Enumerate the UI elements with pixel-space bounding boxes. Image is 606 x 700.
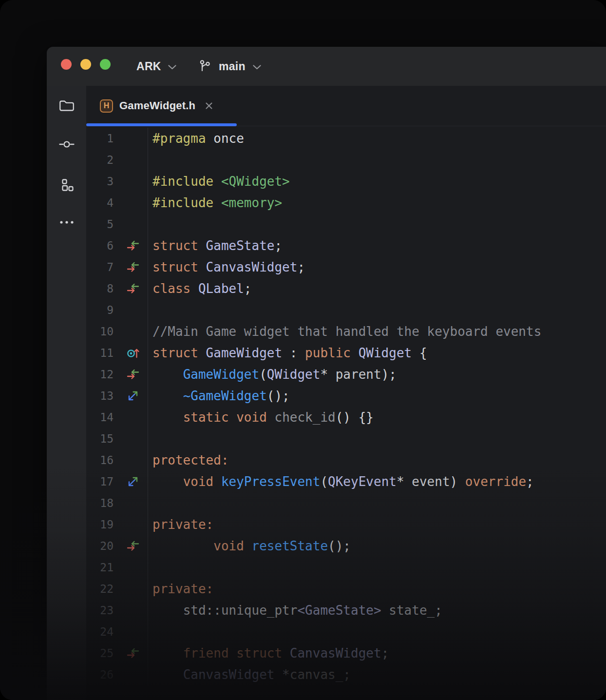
line-number: 3 [86, 171, 118, 192]
line-number: 11 [86, 342, 118, 364]
header-file-icon: H [100, 99, 113, 113]
code-line[interactable]: 11struct GameWidget : public QWidget { [86, 342, 606, 364]
usages-icon[interactable] [118, 364, 148, 385]
override-icon[interactable] [118, 471, 148, 492]
gutter-empty [118, 664, 148, 685]
close-tab-button[interactable] [205, 101, 213, 110]
code-line[interactable]: 5 [86, 214, 606, 235]
line-number: 7 [86, 256, 118, 278]
code-line[interactable]: 23 std::unique_ptr<GameState> state_; [86, 600, 606, 621]
line-number: 2 [86, 149, 118, 171]
code-text [148, 428, 606, 449]
editor-pane: H GameWidget.h 1#pragma once23#include <… [86, 86, 606, 700]
code-text: class QLabel; [148, 278, 606, 299]
code-text: ~GameWidget(); [148, 385, 606, 407]
line-number: 8 [86, 278, 118, 299]
tab-bar: H GameWidget.h [86, 86, 606, 126]
gutter-empty [118, 514, 148, 535]
code-line[interactable]: 6struct GameState; [86, 235, 606, 256]
code-line[interactable]: 13 ~GameWidget(); [86, 385, 606, 407]
code-line[interactable]: 25 friend struct CanvasWidget; [86, 642, 606, 664]
code-editor[interactable]: 1#pragma once23#include <QWidget>4#inclu… [86, 126, 606, 700]
code-line[interactable]: 22private: [86, 578, 606, 600]
code-line[interactable]: 16protected: [86, 449, 606, 471]
line-number: 24 [86, 621, 118, 642]
inheritance-target-icon[interactable] [118, 342, 148, 364]
code-text [148, 214, 606, 235]
code-text: static void check_id() {} [148, 407, 606, 428]
code-line[interactable]: 4#include <memory> [86, 192, 606, 214]
code-line[interactable]: 20 void resetState(); [86, 535, 606, 557]
line-number: 18 [86, 492, 118, 514]
branch-switcher[interactable]: main [199, 47, 261, 86]
code-line[interactable]: 21 [86, 557, 606, 578]
line-number: 15 [86, 428, 118, 449]
line-number: 6 [86, 235, 118, 256]
project-name: ARK [136, 60, 161, 73]
title-bar: ARK main [47, 47, 606, 86]
usages-icon[interactable] [118, 535, 148, 557]
code-line[interactable]: 1#pragma once [86, 128, 606, 149]
minimize-window-button[interactable] [80, 59, 91, 70]
gutter-empty [118, 299, 148, 321]
code-line[interactable]: 24 [86, 621, 606, 642]
git-branch-icon [199, 59, 211, 74]
gutter-empty [118, 600, 148, 621]
git-commit-icon [58, 137, 75, 151]
code-text: void keyPressEvent(QKeyEvent* event) ove… [148, 471, 606, 492]
branch-name: main [219, 60, 246, 73]
tool-rail [47, 86, 86, 700]
usages-icon[interactable] [118, 256, 148, 278]
code-line[interactable]: 3#include <QWidget> [86, 171, 606, 192]
code-line[interactable]: 8class QLabel; [86, 278, 606, 299]
line-number: 23 [86, 600, 118, 621]
zoom-window-button[interactable] [100, 59, 111, 70]
sidebar-item-files[interactable] [58, 98, 75, 113]
code-line[interactable]: 26 CanvasWidget *canvas_; [86, 664, 606, 685]
code-line[interactable]: 12 GameWidget(QWidget* parent); [86, 364, 606, 385]
code-text: GameWidget(QWidget* parent); [148, 364, 606, 385]
gutter-empty [118, 321, 148, 342]
code-text: private: [148, 514, 606, 535]
code-text: private: [148, 578, 606, 600]
more-ellipsis-icon [58, 220, 75, 225]
code-text: std::unique_ptr<GameState> state_; [148, 600, 606, 621]
code-line[interactable]: 7struct CanvasWidget; [86, 256, 606, 278]
project-switcher[interactable]: ARK [136, 47, 176, 86]
code-line[interactable]: 2 [86, 149, 606, 171]
code-text: struct GameState; [148, 235, 606, 256]
code-line[interactable]: 17 void keyPressEvent(QKeyEvent* event) … [86, 471, 606, 492]
code-text: #pragma once [148, 128, 606, 149]
tab-gamewidget-h[interactable]: H GameWidget.h [86, 86, 237, 126]
code-text: //Main Game widget that handled the keyb… [148, 321, 606, 342]
code-line[interactable]: 15 [86, 428, 606, 449]
code-line[interactable]: 18 [86, 492, 606, 514]
tab-label: GameWidget.h [119, 99, 195, 112]
code-text: #include <memory> [148, 192, 606, 214]
line-number: 9 [86, 299, 118, 321]
gutter-empty [118, 171, 148, 192]
code-text [148, 149, 606, 171]
usages-icon[interactable] [118, 235, 148, 256]
ide-window: ARK main [47, 47, 606, 700]
structure-icon [59, 178, 74, 193]
code-line[interactable]: 9 [86, 299, 606, 321]
usages-icon[interactable] [118, 278, 148, 299]
sidebar-item-structure[interactable] [58, 178, 75, 193]
usages-icon[interactable] [118, 642, 148, 664]
close-window-button[interactable] [61, 59, 72, 70]
code-line[interactable]: 14 static void check_id() {} [86, 407, 606, 428]
line-number: 1 [86, 128, 118, 149]
override-icon[interactable] [118, 385, 148, 407]
code-line[interactable]: 10//Main Game widget that handled the ke… [86, 321, 606, 342]
code-line[interactable]: 19private: [86, 514, 606, 535]
sidebar-item-commits[interactable] [58, 137, 75, 152]
gutter-empty [118, 578, 148, 600]
traffic-lights [61, 59, 111, 70]
gutter-empty [118, 214, 148, 235]
line-number: 4 [86, 192, 118, 214]
gutter-empty [118, 449, 148, 471]
sidebar-item-more[interactable] [58, 215, 75, 230]
code-text [148, 492, 606, 514]
line-number: 5 [86, 214, 118, 235]
